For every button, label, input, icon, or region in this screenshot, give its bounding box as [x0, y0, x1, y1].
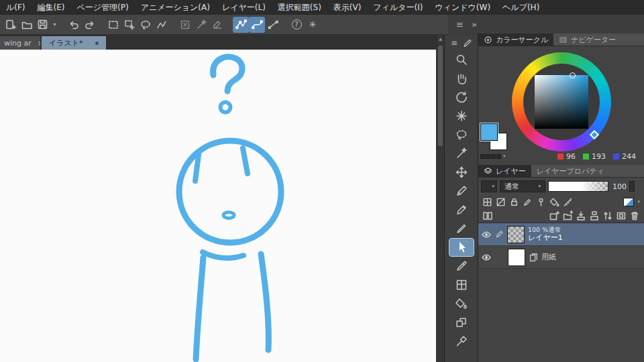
- tool-brush[interactable]: [449, 220, 474, 237]
- tab-layer[interactable]: レイヤー: [478, 165, 531, 177]
- canvas[interactable]: [0, 50, 436, 362]
- new-layer-icon[interactable]: [549, 210, 559, 221]
- color-history-strip[interactable]: ▾: [480, 154, 506, 159]
- layer-color-icon[interactable]: [623, 198, 634, 206]
- polyline-select-button[interactable]: [154, 17, 170, 33]
- lasso-select-button[interactable]: [138, 17, 154, 33]
- tool-pencil[interactable]: [449, 201, 474, 219]
- tool-zoom[interactable]: [449, 51, 474, 68]
- tool-eyedropper[interactable]: [449, 333, 474, 350]
- tool-magic-wand[interactable]: [449, 145, 474, 162]
- opacity-slider[interactable]: [548, 181, 608, 192]
- pencil-lock-icon[interactable]: [523, 197, 533, 207]
- menu-page-manage[interactable]: ページ管理(P): [71, 0, 135, 15]
- history-swatch[interactable]: [491, 154, 496, 159]
- close-tab-icon[interactable]: ×: [38, 39, 40, 48]
- tool-frame[interactable]: [449, 276, 474, 294]
- history-swatch[interactable]: [496, 154, 501, 159]
- tool-palette-menu-icon[interactable]: ≡: [451, 38, 458, 48]
- palette-color-dropdown[interactable]: ▾: [481, 180, 497, 192]
- menu-animation[interactable]: アニメーション(A): [135, 0, 216, 15]
- select-shrink-button[interactable]: [177, 17, 193, 33]
- tool-marker[interactable]: [449, 257, 474, 275]
- reorder-icon[interactable]: [602, 210, 613, 221]
- tool-operation[interactable]: [449, 107, 474, 125]
- sv-selector-icon[interactable]: [570, 72, 576, 78]
- saturation-value-square[interactable]: [535, 75, 588, 129]
- chevron-down-icon[interactable]: ▾: [503, 154, 506, 159]
- tool-layer-move[interactable]: [449, 164, 474, 181]
- tab-layer-property[interactable]: レイヤープロパティ: [531, 165, 644, 177]
- tool-pen[interactable]: [449, 182, 474, 200]
- tool-decoration[interactable]: [449, 314, 474, 331]
- tab-color-circle[interactable]: カラーサークル: [478, 34, 553, 46]
- layer-name[interactable]: レイヤー1: [528, 234, 563, 243]
- layer-name[interactable]: 用紙: [541, 252, 556, 262]
- menu-selection[interactable]: 選択範囲(S): [272, 0, 327, 15]
- layer-row-paper[interactable]: 用紙: [478, 246, 644, 269]
- help-button[interactable]: ?: [288, 17, 305, 33]
- panel-overflow-icon[interactable]: »: [472, 19, 477, 29]
- add-select-button[interactable]: [121, 17, 138, 33]
- layer-row-layer1[interactable]: 100 %通常 レイヤー1: [478, 223, 644, 246]
- snap-line-button[interactable]: [265, 17, 281, 33]
- menu-help[interactable]: ヘルプ(H): [496, 0, 545, 15]
- blend-mode-dropdown[interactable]: 通常 ▾: [500, 180, 545, 192]
- blue-swatch-icon: [613, 154, 619, 160]
- tool-rotate[interactable]: [449, 88, 474, 106]
- mask-icon[interactable]: [616, 210, 627, 221]
- lock-icon[interactable]: [509, 197, 519, 207]
- rect-select-button[interactable]: [105, 17, 121, 33]
- tab-navigator[interactable]: ナビゲーター: [553, 34, 644, 46]
- open-file-button[interactable]: [19, 17, 35, 33]
- new-folder-icon[interactable]: [562, 210, 573, 221]
- split-panes-icon[interactable]: [482, 210, 493, 221]
- new-file-button[interactable]: [3, 17, 19, 33]
- menu-layer[interactable]: レイヤー(L): [216, 0, 272, 15]
- ruler-icon[interactable]: [563, 197, 573, 207]
- tool-hand[interactable]: [449, 70, 474, 87]
- hue-selector-icon[interactable]: [590, 130, 599, 139]
- snap-curve-button[interactable]: [249, 17, 265, 33]
- undo-button[interactable]: [66, 17, 82, 33]
- select-wand-button[interactable]: [193, 17, 209, 33]
- tool-object[interactable]: [449, 239, 474, 256]
- current-subtool-icon[interactable]: [462, 38, 472, 48]
- trash-icon[interactable]: [629, 210, 640, 221]
- snap-polyline-button[interactable]: [233, 17, 249, 33]
- scrollbar-thumb[interactable]: [438, 46, 443, 146]
- history-swatch[interactable]: [480, 154, 485, 159]
- transfer-layer-icon[interactable]: [576, 210, 586, 221]
- document-tab-drawing[interactable]: wing ar ×: [0, 36, 40, 50]
- select-erase-button[interactable]: [209, 17, 225, 33]
- tool-fill[interactable]: [449, 295, 474, 312]
- visibility-eye-icon[interactable]: [481, 229, 492, 240]
- hue-ring[interactable]: [512, 52, 611, 152]
- tool-lasso[interactable]: [449, 126, 474, 143]
- menu-file[interactable]: ル(F): [0, 0, 32, 15]
- layer-thumbnail[interactable]: [507, 226, 525, 243]
- document-tab-illustration[interactable]: イラスト*: [42, 36, 106, 50]
- history-swatch[interactable]: [486, 154, 490, 159]
- opacity-stepper[interactable]: [629, 181, 635, 192]
- alpha-lock-icon[interactable]: [496, 197, 506, 207]
- save-file-button[interactable]: [35, 17, 51, 33]
- menu-edit[interactable]: 編集(E): [32, 0, 71, 15]
- main-color-swatch[interactable]: [480, 123, 498, 141]
- merge-down-icon[interactable]: [589, 210, 600, 221]
- reference-bucket-icon[interactable]: [549, 197, 559, 207]
- canvas-vertical-scrollbar[interactable]: ▲: [436, 35, 444, 362]
- layer-thumbnail[interactable]: [508, 249, 525, 266]
- pin-icon[interactable]: [536, 197, 546, 207]
- scroll-up-icon[interactable]: ▲: [437, 35, 444, 43]
- menu-view[interactable]: 表示(V): [327, 0, 368, 15]
- reset-tool-button[interactable]: ✳: [305, 17, 321, 33]
- menu-filter[interactable]: フィルター(I): [367, 0, 429, 15]
- visibility-eye-icon[interactable]: [481, 252, 492, 263]
- clip-to-layer-icon[interactable]: [482, 197, 492, 207]
- save-options-button[interactable]: ▾: [51, 17, 58, 33]
- panel-menu-icon[interactable]: ≡: [456, 19, 464, 29]
- chevron-down-icon[interactable]: ▾: [637, 199, 640, 204]
- redo-button[interactable]: [82, 17, 98, 33]
- menu-window[interactable]: ウィンドウ(W): [429, 0, 496, 15]
